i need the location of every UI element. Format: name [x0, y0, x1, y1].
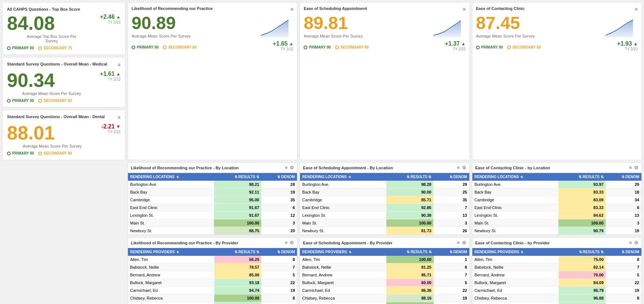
result-cell: 95.00: [214, 196, 261, 204]
ll-col-results[interactable]: ⇅ RESULTS ⇅: [214, 173, 261, 181]
cp-col-provider[interactable]: RENDERING PROVIDERS ⇅: [472, 248, 559, 256]
lp-col-provider[interactable]: RENDERING PROVIDERS ⇅: [128, 248, 214, 256]
likelihood-provider-gear-icon[interactable]: ⚙: [290, 240, 294, 245]
table-row[interactable]: Main St.100.003: [300, 219, 469, 227]
table-row[interactable]: Collins, Sarah91.6715: [472, 302, 641, 304]
sl-col-location[interactable]: RENDERING LOCATIONS ⇅: [300, 173, 386, 181]
cl-col-results[interactable]: ⇅ RESULTS ⇅: [558, 173, 606, 181]
denom-cell: 8: [261, 256, 297, 264]
table-row[interactable]: Burlington Ave.98.2829: [300, 181, 469, 188]
table-row[interactable]: Carmichael, Ed94.7419: [128, 287, 297, 294]
table-row[interactable]: Babstock, Nellie82.147: [472, 264, 641, 271]
table-row[interactable]: Carmichael, Ed96.7919: [472, 287, 641, 294]
likelihood-provider-filter-icon[interactable]: ≡: [285, 240, 288, 245]
cp-col-denom[interactable]: ⇅ DENOM: [606, 248, 641, 256]
table-row[interactable]: Cambridge95.0035: [128, 196, 297, 204]
table-row[interactable]: Bullock, Margaret84.0922: [472, 279, 641, 287]
table-row[interactable]: Back Bay83.3318: [472, 188, 641, 196]
result-cell: 100.00: [386, 256, 433, 264]
lp-col-denom[interactable]: ⇅ DENOM: [261, 248, 297, 256]
table-row[interactable]: Lexington St.90.3813: [300, 212, 469, 219]
table-row[interactable]: Chidsey, Rebecca88.1619: [300, 294, 469, 302]
table-row[interactable]: Chidsey, Rebecca100.008: [128, 294, 297, 302]
table-row[interactable]: Burlington Ave.93.9729: [472, 181, 641, 188]
l-secondary-label: SECONDARY 80: [168, 45, 196, 49]
table-row[interactable]: East End Clinic92.867: [300, 204, 469, 212]
table-row[interactable]: Bullock, Margaret93.1822: [128, 279, 297, 287]
table-row[interactable]: Carmichael, Ed86.3622: [300, 287, 469, 294]
sl-col-results[interactable]: ⇅ RESULTS ⇅: [386, 173, 434, 181]
sl-col-denom[interactable]: ⇅ DENOM: [433, 173, 469, 181]
table-row[interactable]: Babstock, Nellie81.258: [300, 264, 469, 271]
primary-dot: [7, 46, 11, 50]
all-cahps-primary-label: PRIMARY 80: [12, 46, 34, 50]
cp-col-results[interactable]: ⇅ RESULTS ⇅: [559, 248, 606, 256]
table-row[interactable]: Newbury St.88.7520: [128, 227, 297, 235]
result-cell: 98.21: [214, 181, 261, 188]
table-row[interactable]: Lexington St.91.6712: [128, 212, 297, 219]
table-row[interactable]: Lexington St.84.6213: [472, 212, 641, 219]
table-row[interactable]: Cambridge83.0934: [472, 196, 641, 204]
table-row[interactable]: Chidsey, Rebecca96.888: [472, 294, 641, 302]
contacting-arrow: ▲: [633, 41, 638, 46]
c-secondary-label: SECONDARY 80: [512, 45, 541, 49]
likelihood-filter-icon[interactable]: ≡: [290, 6, 293, 12]
table-row[interactable]: Allen, Tim100.001: [300, 256, 469, 264]
all-cahps-card: All CAHPS Questions - Top Box Score 84.0…: [2, 2, 125, 55]
cl-col-location[interactable]: RENDERING LOCATIONS ⇅: [472, 173, 558, 181]
table-row[interactable]: Allen, Tim56.258: [128, 256, 297, 264]
contacting-provider-gear-icon[interactable]: ⚙: [634, 240, 638, 245]
standard-dental-filter-icon[interactable]: ≡: [118, 114, 121, 120]
table-row[interactable]: Burlington Ave.98.2128: [128, 181, 297, 188]
table-row[interactable]: Newbury St.81.7326: [300, 227, 469, 235]
scheduling-provider-gear-icon[interactable]: ⚙: [462, 240, 466, 245]
location-cell: Chidsey, Rebecca: [128, 294, 214, 302]
likelihood-location-filter-icon[interactable]: ≡: [285, 165, 288, 170]
table-row[interactable]: Bernard, Andrew70.005: [472, 271, 641, 279]
table-row[interactable]: Newbury St.90.7919: [472, 227, 641, 235]
scheduling-filter-icon[interactable]: ≡: [462, 6, 465, 12]
standard-medical-title: Standard Survey Questions - Overall Mean…: [7, 62, 107, 66]
cl-col-denom[interactable]: ⇅ DENOM: [606, 173, 641, 181]
result-cell: 90.00: [386, 188, 434, 196]
table-row[interactable]: Back Bay92.1119: [128, 188, 297, 196]
contacting-location-gear-icon[interactable]: ⚙: [634, 165, 638, 170]
contacting-provider-filter-icon[interactable]: ≡: [629, 240, 632, 245]
contacting-location-filter-icon[interactable]: ≡: [629, 165, 632, 170]
table-row[interactable]: Collins, Sarah90.0015: [128, 302, 297, 304]
result-cell: 90.38: [386, 212, 434, 219]
standard-medical-filter-icon[interactable]: ≡: [118, 62, 121, 68]
result-cell: 75.00: [559, 256, 606, 264]
location-cell: East End Clinic: [128, 204, 214, 212]
table-row[interactable]: Bernard, Andrew85.005: [128, 271, 297, 279]
scheduling-location-filter-icon[interactable]: ≡: [457, 165, 460, 170]
sp-col-provider[interactable]: RENDERING PROVIDERS ⇅: [300, 248, 386, 256]
sp-col-denom[interactable]: ⇅ DENOM: [434, 248, 469, 256]
likelihood-location-gear-icon[interactable]: ⚙: [290, 165, 294, 170]
contacting-date: TY 2/22: [617, 47, 638, 51]
table-row[interactable]: Bernard, Andrew85.717: [300, 271, 469, 279]
table-row[interactable]: Back Bay90.0025: [300, 188, 469, 196]
table-row[interactable]: East End Clinic83.336: [472, 204, 641, 212]
table-row[interactable]: Bullock, Margaret60.005: [300, 279, 469, 287]
table-row[interactable]: East End Clinic91.676: [128, 204, 297, 212]
table-row[interactable]: Allen, Tim75.008: [472, 256, 641, 264]
denom-cell: 5: [606, 271, 641, 279]
table-row[interactable]: Collins, Sarah100.008: [300, 302, 469, 304]
table-row[interactable]: Main St.100.003: [472, 219, 641, 227]
table-row[interactable]: Babstock, Nellie78.577: [128, 264, 297, 271]
table-row[interactable]: Cambridge85.7135: [300, 196, 469, 204]
scheduling-provider-filter-icon[interactable]: ≡: [457, 240, 460, 245]
denom-cell: 6: [606, 204, 641, 212]
lp-col-results[interactable]: ⇅ RESULTS ⇅: [214, 248, 261, 256]
denom-cell: 8: [434, 264, 469, 271]
ll-col-denom[interactable]: ⇅ DENOM: [261, 173, 297, 181]
scheduling-location-gear-icon[interactable]: ⚙: [462, 165, 466, 170]
result-cell: 92.11: [214, 188, 261, 196]
ll-col-location[interactable]: RENDERING LOCATIONS ⇅: [128, 173, 214, 181]
likelihood-location-data-table: RENDERING LOCATIONS ⇅ ⇅ RESULTS ⇅ ⇅ DENO…: [128, 173, 297, 235]
sp-col-results[interactable]: ⇅ RESULTS ⇅: [386, 248, 433, 256]
denom-cell: 28: [261, 181, 297, 188]
contacting-filter-icon[interactable]: ≡: [635, 6, 638, 12]
table-row[interactable]: Main St.100.003: [128, 219, 297, 227]
